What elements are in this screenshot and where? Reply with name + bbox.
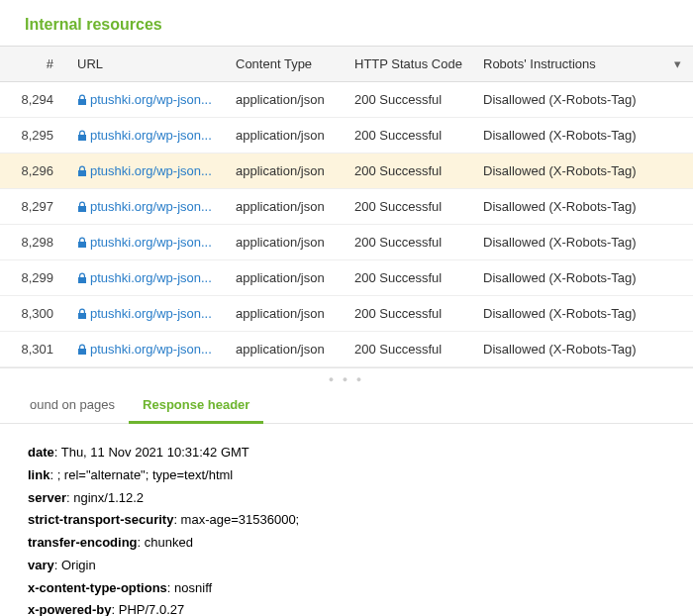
table-row[interactable]: 8,295ptushki.org/wp-json...application/j… [0, 118, 693, 154]
cell-status: 200 Successful [346, 154, 475, 189]
lock-icon [77, 163, 90, 178]
lock-icon [77, 235, 90, 250]
cell-robots: Disallowed (X-Robots-Tag) [475, 189, 693, 225]
lock-icon [77, 128, 90, 143]
cell-url: ptushki.org/wp-json... [69, 189, 228, 225]
table-row[interactable]: 8,296ptushki.org/wp-json...application/j… [0, 154, 693, 189]
cell-number: 8,296 [0, 154, 69, 189]
header-key: strict-transport-security [28, 512, 173, 527]
cell-content-type: application/json [228, 82, 346, 118]
cell-robots: Disallowed (X-Robots-Tag) [475, 154, 693, 189]
cell-status: 200 Successful [346, 225, 475, 260]
cell-number: 8,298 [0, 225, 69, 260]
url-link[interactable]: ptushki.org/wp-json... [90, 235, 212, 250]
cell-robots: Disallowed (X-Robots-Tag) [475, 118, 693, 154]
resize-handle-icon[interactable]: ● ● ● [0, 367, 693, 387]
url-link[interactable]: ptushki.org/wp-json... [90, 342, 212, 357]
cell-url: ptushki.org/wp-json... [69, 154, 228, 189]
cell-number: 8,294 [0, 82, 69, 118]
cell-url: ptushki.org/wp-json... [69, 82, 228, 118]
header-key: date [28, 445, 54, 460]
header-line: transfer-encoding: chunked [28, 532, 665, 555]
table-row[interactable]: 8,299ptushki.org/wp-json...application/j… [0, 260, 693, 296]
cell-url: ptushki.org/wp-json... [69, 118, 228, 154]
url-link[interactable]: ptushki.org/wp-json... [90, 163, 212, 178]
header-value: : PHP/7.0.27 [112, 602, 185, 616]
cell-number: 8,299 [0, 260, 69, 296]
cell-content-type: application/json [228, 154, 346, 189]
header-value: : nginx/1.12.2 [66, 490, 144, 505]
header-key: x-powered-by [28, 602, 112, 616]
response-header-details: date: Thu, 11 Nov 2021 10:31:42 GMTlink:… [0, 424, 693, 616]
header-value: : ; rel="alternate"; type=text/html [50, 467, 233, 482]
header-value: : Thu, 11 Nov 2021 10:31:42 GMT [54, 445, 249, 460]
cell-number: 8,295 [0, 118, 69, 154]
cell-content-type: application/json [228, 260, 346, 296]
cell-status: 200 Successful [346, 332, 475, 367]
table-row[interactable]: 8,294ptushki.org/wp-json...application/j… [0, 82, 693, 118]
cell-robots: Disallowed (X-Robots-Tag) [475, 296, 693, 332]
header-value: : chunked [138, 535, 193, 550]
cell-robots: Disallowed (X-Robots-Tag) [475, 332, 693, 367]
cell-content-type: application/json [228, 296, 346, 332]
header-key: server [28, 490, 66, 505]
tab-found-on-pages[interactable]: ound on pages [16, 387, 129, 423]
header-key: x-content-type-options [28, 580, 167, 595]
table-row[interactable]: 8,298ptushki.org/wp-json...application/j… [0, 225, 693, 260]
cell-content-type: application/json [228, 332, 346, 367]
header-line: x-powered-by: PHP/7.0.27 [28, 599, 665, 616]
cell-status: 200 Successful [346, 118, 475, 154]
header-line: server: nginx/1.12.2 [28, 487, 665, 510]
cell-number: 8,297 [0, 189, 69, 225]
col-status[interactable]: HTTP Status Code [346, 47, 475, 82]
chevron-down-icon[interactable]: ▾ [665, 47, 693, 82]
cell-status: 200 Successful [346, 260, 475, 296]
header-value: : nosniff [167, 580, 212, 595]
section-title: Internal resources [0, 0, 693, 46]
tab-response-header[interactable]: Response header [129, 387, 263, 424]
resources-table: # URL Content Type HTTP Status Code Robo… [0, 46, 693, 367]
lock-icon [77, 342, 90, 357]
header-line: x-content-type-options: nosniff [28, 577, 665, 600]
table-row[interactable]: 8,301ptushki.org/wp-json...application/j… [0, 332, 693, 367]
url-link[interactable]: ptushki.org/wp-json... [90, 306, 212, 321]
cell-content-type: application/json [228, 225, 346, 260]
url-link[interactable]: ptushki.org/wp-json... [90, 270, 212, 285]
cell-url: ptushki.org/wp-json... [69, 225, 228, 260]
cell-url: ptushki.org/wp-json... [69, 260, 228, 296]
cell-robots: Disallowed (X-Robots-Tag) [475, 260, 693, 296]
url-link[interactable]: ptushki.org/wp-json... [90, 128, 212, 143]
lock-icon [77, 270, 90, 285]
header-line: date: Thu, 11 Nov 2021 10:31:42 GMT [28, 442, 665, 464]
lock-icon [77, 92, 90, 107]
cell-content-type: application/json [228, 189, 346, 225]
header-line: link: ; rel="alternate"; type=text/html [28, 464, 665, 487]
col-url[interactable]: URL [69, 47, 228, 82]
cell-robots: Disallowed (X-Robots-Tag) [475, 225, 693, 260]
cell-status: 200 Successful [346, 82, 475, 118]
cell-robots: Disallowed (X-Robots-Tag) [475, 82, 693, 118]
lock-icon [77, 199, 90, 214]
table-row[interactable]: 8,300ptushki.org/wp-json...application/j… [0, 296, 693, 332]
lock-icon [77, 306, 90, 321]
header-key: link [28, 467, 50, 482]
header-key: vary [28, 558, 54, 572]
cell-url: ptushki.org/wp-json... [69, 332, 228, 367]
table-row[interactable]: 8,297ptushki.org/wp-json...application/j… [0, 189, 693, 225]
col-number[interactable]: # [0, 47, 69, 82]
col-robots[interactable]: Robots' Instructions [475, 47, 665, 82]
table-header-row: # URL Content Type HTTP Status Code Robo… [0, 47, 693, 82]
cell-number: 8,300 [0, 296, 69, 332]
cell-url: ptushki.org/wp-json... [69, 296, 228, 332]
cell-content-type: application/json [228, 118, 346, 154]
col-content-type[interactable]: Content Type [228, 47, 346, 82]
header-line: vary: Origin [28, 555, 665, 577]
header-value: : Origin [54, 558, 96, 572]
cell-number: 8,301 [0, 332, 69, 367]
header-key: transfer-encoding [28, 535, 138, 550]
header-value: : max-age=31536000; [173, 512, 299, 527]
detail-tabs: ound on pages Response header [0, 387, 693, 424]
url-link[interactable]: ptushki.org/wp-json... [90, 92, 212, 107]
cell-status: 200 Successful [346, 296, 475, 332]
url-link[interactable]: ptushki.org/wp-json... [90, 199, 212, 214]
